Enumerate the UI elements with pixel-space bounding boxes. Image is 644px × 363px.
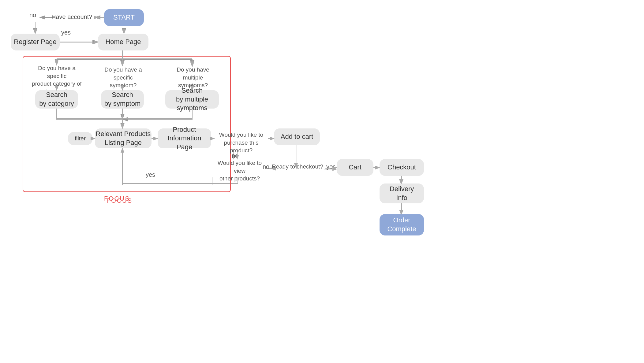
q-purchase-label: Would you like topurchase this product?: [214, 131, 269, 154]
yes-label-3: yes: [326, 163, 336, 170]
focus-text: FOCUS: [107, 197, 133, 204]
q-checkout-label: Ready to checkout?: [272, 163, 323, 170]
checkout-node: Checkout: [380, 159, 424, 176]
no-label-3: no: [263, 163, 269, 170]
order-complete-node: Order Complete: [380, 214, 424, 235]
q-symptom-label: Do you have aspecific symptom?: [99, 66, 147, 89]
search-symptom-node: Search by symptom: [101, 90, 144, 109]
search-multiple-node: Search by multiple symptoms: [165, 90, 219, 109]
yes-label-2: yes: [146, 171, 155, 178]
yes-label-1: yes: [61, 29, 71, 36]
cart-node: Cart: [337, 159, 373, 176]
no-label-2: no: [232, 152, 238, 159]
product-info-node: Product Information Page: [158, 128, 211, 148]
add-to-cart-node: Add to cart: [274, 128, 320, 145]
search-category-node: Search by category: [35, 90, 78, 109]
home-page-node: Home Page: [98, 34, 148, 50]
have-account-label: Have account?: [51, 13, 92, 20]
q-other-products-label: Would you like to viewother products?: [212, 159, 267, 183]
filter-node: filter: [68, 132, 92, 145]
products-listing-node: Relevant Products Listing Page: [95, 128, 152, 148]
delivery-info-node: Delivery Info: [380, 183, 424, 203]
q-multiple-label: Do you havemultiple symptoms?: [168, 66, 218, 89]
register-page-node: Register Page: [11, 34, 60, 50]
start-node: START: [104, 9, 144, 26]
no-label-1: no: [29, 12, 36, 19]
